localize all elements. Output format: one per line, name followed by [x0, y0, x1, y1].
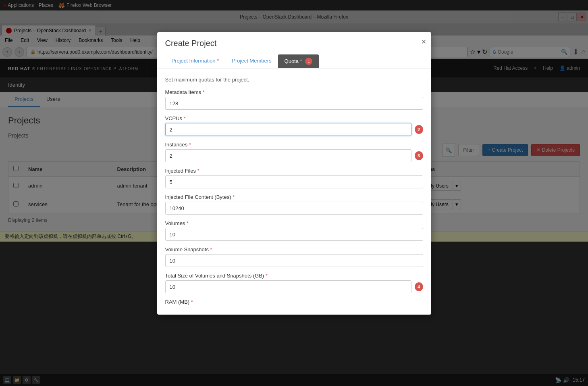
- tab-quota[interactable]: Quota * 1: [278, 54, 319, 68]
- tab-project-information[interactable]: Project Information *: [165, 54, 226, 68]
- modal-header: Create Project Project Information * Pro…: [157, 32, 431, 69]
- label-volumes: Volumes *: [165, 220, 423, 226]
- input-metadata[interactable]: [165, 97, 423, 110]
- form-group-injected-files: Injected Files *: [165, 168, 423, 188]
- label-injected-content: Injected File Content (Bytes) *: [165, 194, 423, 200]
- form-group-volumes: Volumes *: [165, 220, 423, 241]
- modal-overlay: × Create Project Project Information * P…: [0, 0, 588, 242]
- instances-step-badge: 3: [415, 151, 423, 160]
- tab-quota-badge: 1: [305, 58, 312, 65]
- input-injected-content[interactable]: [165, 202, 423, 215]
- create-project-modal: × Create Project Project Information * P…: [157, 32, 431, 242]
- input-volumes[interactable]: [165, 228, 423, 241]
- label-instances: Instances *: [165, 142, 423, 148]
- input-vcpus[interactable]: [165, 123, 411, 136]
- vcpus-step-badge: 2: [415, 125, 423, 134]
- tab-project-members[interactable]: Project Members: [225, 54, 278, 68]
- modal-close-button[interactable]: ×: [422, 37, 426, 46]
- quota-description: Set maximum quotas for the project.: [165, 77, 423, 83]
- label-vcpus: VCPUs *: [165, 115, 423, 121]
- form-group-instances: Instances * 3: [165, 142, 423, 162]
- label-injected-files: Injected Files *: [165, 168, 423, 174]
- modal-body: Set maximum quotas for the project. Meta…: [157, 69, 431, 242]
- form-group-injected-content: Injected File Content (Bytes) *: [165, 194, 423, 215]
- modal-title: Create Project: [165, 39, 423, 48]
- modal-tabs: Project Information * Project Members Qu…: [165, 54, 423, 68]
- label-metadata: Metadata Items *: [165, 89, 423, 95]
- form-group-vcpus: VCPUs * 2: [165, 115, 423, 136]
- input-instances[interactable]: [165, 149, 411, 162]
- form-group-metadata: Metadata Items *: [165, 89, 423, 110]
- input-injected-files[interactable]: [165, 175, 423, 188]
